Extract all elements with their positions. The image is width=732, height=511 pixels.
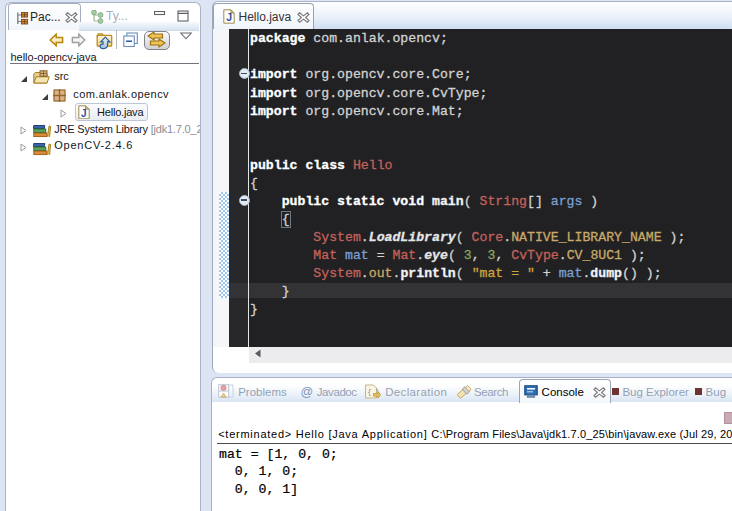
svg-text:J: J [81,107,87,118]
svg-text:J: J [226,11,232,23]
